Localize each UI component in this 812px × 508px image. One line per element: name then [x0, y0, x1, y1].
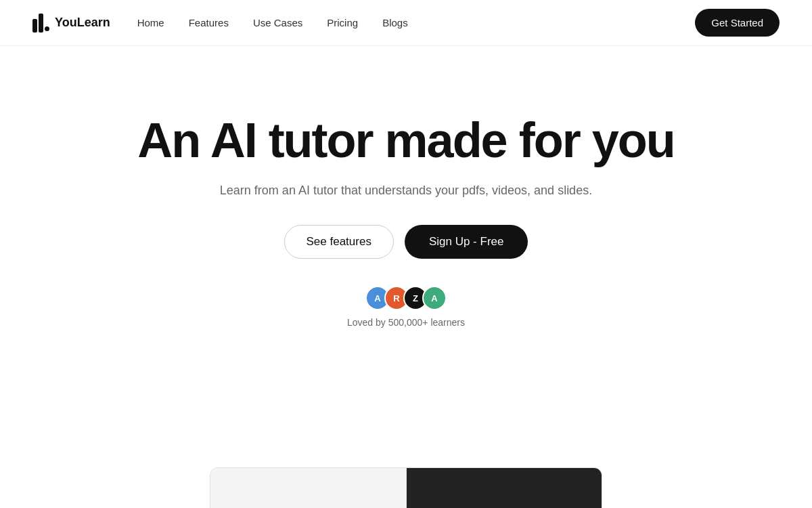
hero-buttons: See features Sign Up - Free	[284, 225, 528, 259]
avatar-4: A	[422, 286, 447, 310]
social-proof: A R Z A Loved by 500,000+ learners	[347, 286, 465, 328]
hero-subtitle: Learn from an AI tutor that understands …	[220, 184, 592, 198]
logo-text: YouLearn	[55, 16, 110, 30]
nav-features[interactable]: Features	[189, 17, 229, 28]
nav-use-cases[interactable]: Use Cases	[253, 17, 302, 28]
get-started-button[interactable]: Get Started	[695, 9, 780, 37]
hero-section: An AI tutor made for you Learn from an A…	[0, 46, 812, 328]
product-preview	[210, 467, 602, 508]
navbar: YouLearn Home Features Use Cases Pricing…	[0, 0, 812, 46]
preview-left-panel	[210, 468, 407, 508]
nav-pricing[interactable]: Pricing	[327, 17, 358, 28]
signup-free-button[interactable]: Sign Up - Free	[405, 225, 528, 259]
logo-icon	[32, 14, 49, 33]
nav-home[interactable]: Home	[137, 17, 164, 28]
nav-blogs[interactable]: Blogs	[382, 17, 408, 28]
avatar-group: A R Z A	[365, 286, 447, 310]
logo[interactable]: YouLearn	[32, 14, 110, 33]
hero-title: An AI tutor made for you	[137, 114, 674, 167]
social-proof-text: Loved by 500,000+ learners	[347, 317, 465, 328]
see-features-button[interactable]: See features	[284, 225, 394, 259]
nav-links: Home Features Use Cases Pricing Blogs	[137, 17, 408, 29]
preview-right-panel	[407, 468, 602, 508]
